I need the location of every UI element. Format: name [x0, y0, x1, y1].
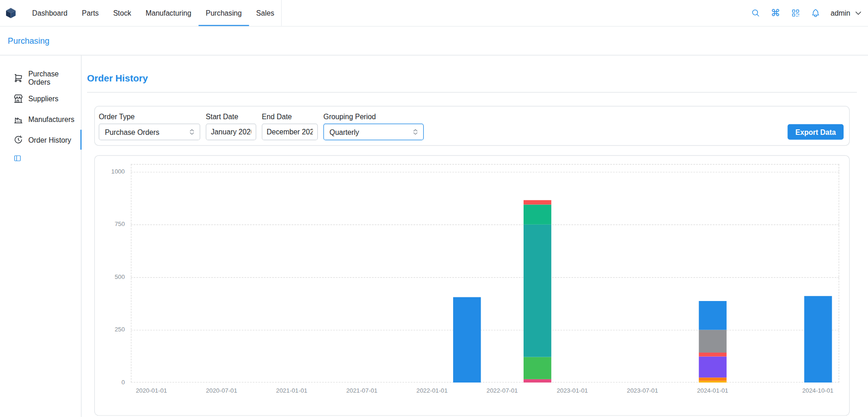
sidebar-item-suppliers[interactable]: Suppliers — [0, 89, 81, 109]
search-icon[interactable] — [751, 8, 760, 17]
order-type-value: Purchase Orders — [105, 128, 159, 136]
sidebar: Purchase Orders Suppliers — [0, 55, 82, 417]
page-title: Order History — [87, 73, 857, 84]
app-logo[interactable] — [5, 0, 17, 26]
top-navbar: Dashboard Parts Stock Manufacturing Purc… — [0, 0, 868, 27]
barcode-scan-icon[interactable] — [791, 8, 800, 17]
chart-plot-area: 025050075010002020-01-012020-07-012021-0… — [95, 156, 849, 415]
chart-panel: 025050075010002020-01-012020-07-012021-0… — [94, 155, 850, 416]
grouping-period-value: Quarterly — [329, 128, 359, 136]
user-menu[interactable]: admin — [831, 9, 862, 17]
inventree-logo-icon — [5, 6, 17, 19]
bar-segment[interactable] — [699, 353, 726, 357]
bar-segment[interactable] — [699, 357, 726, 378]
x-tick-label: 2022-07-01 — [480, 387, 524, 394]
tab-dashboard[interactable]: Dashboard — [25, 0, 75, 26]
bar-segment[interactable] — [453, 297, 481, 382]
bar-segment[interactable] — [699, 378, 726, 381]
tab-manufacturing[interactable]: Manufacturing — [138, 0, 198, 26]
x-tick-label: 2023-01-01 — [550, 387, 594, 394]
x-tick-label: 2020-01-01 — [129, 387, 174, 394]
grouping-period-label: Grouping Period — [323, 113, 424, 121]
select-chevrons-icon — [188, 128, 196, 136]
sidebar-collapse-icon[interactable] — [13, 154, 22, 162]
command-palette-icon[interactable]: ⌘ — [771, 8, 780, 17]
gridline — [131, 330, 839, 330]
tab-parts[interactable]: Parts — [75, 0, 106, 26]
sidebar-item-label: Suppliers — [28, 94, 58, 103]
title-divider — [87, 92, 857, 93]
x-tick-label: 2022-01-01 — [410, 387, 454, 394]
breadcrumb-purchasing[interactable]: Purchasing — [8, 36, 49, 45]
navbar-actions: ⌘ admin — [751, 0, 864, 26]
gridline — [131, 172, 839, 172]
sidebar-item-label: Order History — [28, 135, 71, 144]
sidebar-item-label: Manufacturers — [28, 115, 74, 123]
nav-divider — [281, 0, 282, 26]
x-tick-label: 2024-10-01 — [796, 387, 840, 394]
grouping-period-select[interactable]: Quarterly — [323, 124, 424, 140]
sidebar-item-label: Purchase Orders — [28, 70, 81, 87]
filter-panel: Order Type Purchase Orders Start Date — [94, 106, 850, 146]
sidebar-item-manufacturers[interactable]: Manufacturers — [0, 109, 81, 129]
sidebar-item-order-history[interactable]: Order History — [0, 130, 81, 150]
gridline — [131, 225, 839, 225]
start-date-input[interactable] — [206, 124, 256, 140]
tab-purchasing[interactable]: Purchasing — [198, 0, 249, 26]
start-date-label: Start Date — [206, 113, 256, 121]
x-tick-label: 2021-07-01 — [340, 387, 384, 394]
username: admin — [831, 9, 851, 17]
x-tick-label: 2021-01-01 — [269, 387, 314, 394]
bar-segment[interactable] — [699, 301, 726, 330]
gridline — [131, 277, 839, 278]
y-tick-label: 0 — [101, 379, 125, 385]
notifications-bell-icon[interactable] — [810, 8, 820, 17]
end-date-label: End Date — [262, 113, 318, 121]
chevron-down-icon — [854, 9, 862, 17]
breadcrumb: Purchasing — [0, 27, 868, 56]
export-data-button[interactable]: Export Data — [787, 124, 844, 140]
building-store-icon — [13, 94, 23, 104]
history-icon — [13, 135, 23, 145]
tab-sales[interactable]: Sales — [249, 0, 281, 26]
bar-segment[interactable] — [524, 357, 551, 379]
bar-segment[interactable] — [699, 381, 726, 382]
y-tick-label: 250 — [101, 326, 125, 332]
order-type-select[interactable]: Purchase Orders — [99, 124, 200, 140]
end-date-input[interactable] — [262, 124, 318, 140]
app-window: Dashboard Parts Stock Manufacturing Purc… — [0, 0, 868, 417]
tab-stock[interactable]: Stock — [106, 0, 138, 26]
bar-segment[interactable] — [804, 296, 832, 382]
bar-segment[interactable] — [524, 204, 551, 224]
y-tick-label: 1000 — [101, 168, 125, 174]
y-tick-label: 500 — [101, 273, 125, 280]
x-tick-label: 2024-01-01 — [690, 387, 734, 394]
bar-segment[interactable] — [524, 200, 551, 204]
x-tick-label: 2023-07-01 — [620, 387, 664, 394]
bar-segment[interactable] — [699, 330, 726, 353]
sidebar-item-purchase-orders[interactable]: Purchase Orders — [0, 68, 81, 88]
main-nav-tabs: Dashboard Parts Stock Manufacturing Purc… — [25, 0, 281, 26]
factory-icon — [13, 114, 23, 124]
select-chevrons-icon — [412, 128, 419, 136]
bar-segment[interactable] — [524, 379, 551, 382]
main-content: Order History Order Type Purchase Orders — [82, 55, 868, 417]
shopping-cart-icon — [13, 73, 23, 83]
order-type-label: Order Type — [99, 113, 200, 121]
bar-segment[interactable] — [524, 225, 551, 357]
plot-frame — [131, 164, 839, 383]
x-tick-label: 2020-07-01 — [199, 387, 244, 394]
y-tick-label: 750 — [101, 220, 125, 227]
